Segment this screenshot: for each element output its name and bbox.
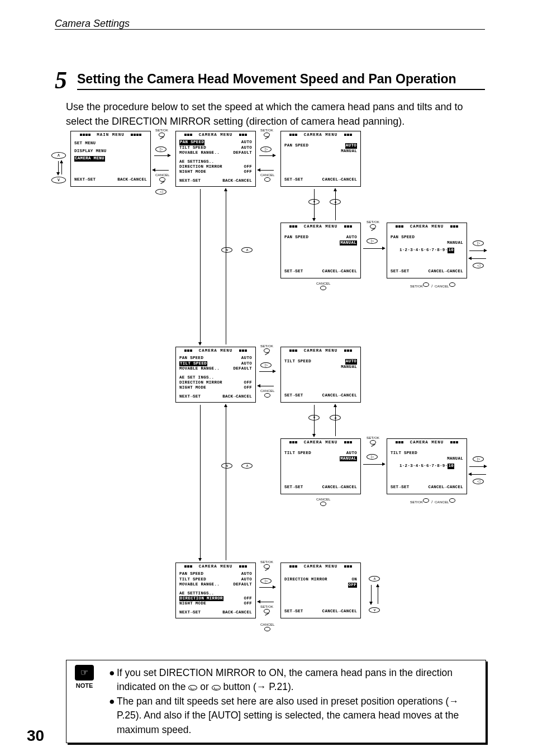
cancel-indicator: CANCEL: [316, 498, 331, 507]
section-title: Setting the Camera Head Movement Speed a…: [77, 72, 485, 90]
step-number: 5: [55, 66, 67, 94]
arrow: [154, 170, 169, 171]
arrow-head-down-icon: [56, 172, 60, 176]
osd-camera-menu-dirmirror: CAMERA MENU PAN SPEEDAUTO TILT SPEEDAUTO…: [175, 563, 256, 618]
right-oval-icon: ▷: [367, 454, 378, 460]
arrow-line: [61, 161, 62, 174]
right-oval-icon: ▷: [367, 238, 378, 244]
right-oval-icon: ▷: [155, 147, 166, 152]
left-oval-icon: ◁: [155, 189, 166, 195]
header-rule: [55, 29, 485, 30]
cancel-indicator: CANCEL: [316, 282, 331, 291]
arrow-head-icon: [152, 168, 155, 172]
setok-indicator: SET/OK: [260, 344, 273, 354]
arrow-head-icon: [273, 154, 276, 157]
left-oval-icon: [212, 685, 221, 691]
cancel-indicator: CANCEL: [260, 389, 275, 398]
up-oval-icon: ∧: [241, 463, 253, 469]
left-oval-icon: ◁: [473, 263, 484, 268]
cancel-indicator: CANCEL: [260, 173, 275, 182]
right-oval-icon: ▷: [260, 578, 272, 584]
left-oval-icon: ◁: [473, 479, 484, 484]
setok-indicator: SET/OK: [367, 436, 379, 446]
arrow-head-icon: [257, 168, 260, 172]
osd-pan-speed-scale: CAMERA MENU PAN SPEED MANUAL 1·2·3·4·5·6…: [387, 223, 467, 278]
running-header: Camera Settings: [55, 18, 130, 30]
up-oval-icon: ∧: [241, 247, 253, 253]
osd-tilt-speed-auto: CAMERA MENU TILT SPEEDAUTO MANUAL SET→SE…: [280, 347, 361, 403]
right-oval-icon: ▷: [260, 362, 272, 368]
down-oval-icon: ∨: [221, 247, 232, 253]
intro-text: Use the procedure below to set the speed…: [66, 100, 479, 129]
right-oval-icon: ▷: [473, 456, 484, 462]
procedure-diagram: ∧ ∨ MAIN MENU SET MENU DISPLAY MENU CAME…: [49, 129, 491, 654]
right-oval-icon: ▷: [473, 240, 484, 246]
down-oval-icon: ∨: [221, 463, 232, 469]
osd-direction-mirror: CAMERA MENU DIRECTION MIRRORON OFF SET→S…: [280, 563, 361, 618]
setok-cancel-indicator: SET/OK / CANCEL: [410, 498, 455, 504]
page-number: 30: [27, 727, 44, 745]
up-oval-icon: ∧: [51, 152, 66, 159]
cancel-indicator: CANCEL: [260, 623, 275, 632]
arrow: [154, 155, 169, 156]
note-box: ☞ NOTE ● If you set DIRECTION MIRROR to …: [66, 660, 486, 743]
osd-main-menu: MAIN MENU SET MENU DISPLAY MENU CAMERA M…: [70, 131, 151, 187]
osd-pan-speed-manual: CAMERA MENU PAN SPEEDAUTO MANUAL SET→SET…: [280, 223, 361, 278]
osd-tilt-speed-scale: CAMERA MENU TILT SPEED MANUAL 1·2·3·4·5·…: [387, 438, 467, 494]
cancel-indicator: CANCEL: [155, 173, 170, 183]
up-oval-icon: ∧: [369, 576, 380, 582]
setok-indicator: SET/OK: [260, 560, 273, 570]
osd-camera-menu-pan: CAMERA MENU PAN SPEEDAUTO TILT SPEEDAUTO…: [175, 131, 256, 187]
right-oval-icon: ▷: [260, 147, 272, 152]
arrow-head-icon: [168, 154, 171, 157]
osd-pan-speed-auto: CAMERA MENU PAN SPEEDAUTO MANUAL SET→SET…: [280, 131, 361, 187]
down-oval-icon: ∨: [369, 607, 380, 613]
right-oval-icon: [188, 685, 197, 691]
setok-indicator: SET/OK: [260, 129, 273, 138]
osd-tilt-speed-manual: CAMERA MENU TILT SPEEDAUTO MANUAL SET→SE…: [280, 438, 361, 494]
setok-indicator: SET/OK: [367, 220, 379, 230]
down-oval-icon: ∨: [51, 177, 66, 183]
setok-cancel-indicator: SET/OK / CANCEL: [410, 282, 455, 288]
note-icon: ☞ NOTE: [73, 665, 96, 691]
osd-camera-menu-tilt: CAMERA MENU PAN SPEEDAUTO TILT SPEEDAUTO…: [175, 347, 256, 403]
arrow: [259, 170, 274, 171]
setok-indicator: SET/OK: [155, 129, 168, 138]
setok-indicator: SET/OK: [260, 605, 273, 615]
arrow: [259, 155, 274, 156]
